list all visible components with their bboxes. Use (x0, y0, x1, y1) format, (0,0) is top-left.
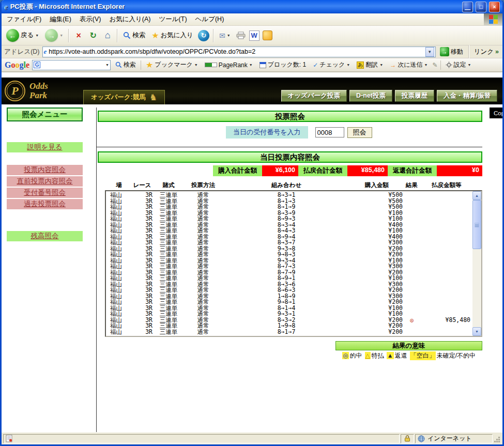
cell-result (403, 299, 421, 305)
stop-button[interactable]: × (72, 29, 85, 42)
scroll-track[interactable] (472, 200, 481, 327)
titlebar[interactable]: e PC投票 - Microsoft Internet Explorer — □… (2, 0, 502, 13)
forward-dropdown-icon: ▼ (59, 34, 63, 37)
messenger-button[interactable] (262, 29, 274, 42)
legend-item: ▲ 返還 (387, 351, 407, 360)
site-nav-button[interactable]: D-net投票 (349, 90, 392, 102)
scroll-up-button[interactable]: ▲ (472, 191, 481, 200)
home-button[interactable]: ⌂ (101, 29, 114, 42)
receipt-number-label: 当日の受付番号を入力 (226, 126, 308, 139)
status-main-panel (3, 434, 400, 443)
print-button[interactable] (235, 29, 247, 42)
sidebar-link[interactable]: 直前投票内容照会 (7, 176, 83, 187)
google-settings-button[interactable]: 設定 ▼ (444, 59, 474, 70)
summary-value: ¥6,100 (262, 165, 298, 176)
receipt-number-input[interactable] (315, 127, 344, 137)
google-bookmarks-button[interactable]: ★ ブックマーク ▼ (144, 59, 200, 71)
site-nav-button[interactable]: オッズパーク投票 (281, 90, 347, 102)
close-button[interactable]: × (489, 2, 500, 12)
google-sendto-button[interactable]: → 次に送信 ▼ (388, 59, 430, 70)
links-label: リンク (474, 48, 494, 56)
scroll-thumb[interactable] (472, 200, 481, 249)
menu-item[interactable]: 編集(E) (45, 13, 75, 25)
toolbar-separator (468, 45, 469, 58)
links-button[interactable]: リンク » (473, 48, 500, 56)
google-separator (440, 60, 441, 70)
inquiry-submit-button[interactable]: 照会 (347, 127, 372, 138)
sidebar-link[interactable]: 受付番号照会 (7, 188, 83, 198)
cell-result (403, 228, 421, 234)
window-title: PC投票 - Microsoft Internet Explorer (10, 2, 460, 11)
google-g-icon: G (34, 61, 40, 68)
menu-item[interactable]: ファイル(F) (3, 13, 45, 25)
menu-item[interactable]: お気に入り(A) (105, 13, 155, 25)
cell-payout (421, 204, 472, 210)
table-scrollbar[interactable]: ▲ ▼ (472, 191, 481, 336)
cell-result (403, 270, 421, 276)
resize-grip[interactable] (494, 434, 501, 443)
legend-item: ◎ 的中 (342, 351, 362, 360)
favorites-button[interactable]: ★ お気に入り (149, 29, 195, 41)
browser-window: e PC投票 - Microsoft Internet Explorer — □… (0, 0, 504, 446)
address-url[interactable]: https://vote-auth.oddspark.com/sbp/dfw/v… (49, 48, 423, 55)
go-button[interactable]: → 移動 (438, 47, 465, 57)
highlight-pencil-icon[interactable]: ✎ (432, 61, 437, 69)
refresh-button[interactable]: ↻ (87, 29, 99, 42)
printer-icon (236, 32, 246, 39)
cell-payout (421, 329, 472, 335)
scroll-down-button[interactable]: ▼ (472, 327, 481, 336)
cell-result (403, 198, 421, 205)
site-nav-button[interactable]: 入金・精算/振替 (437, 90, 497, 102)
go-label: 移動 (451, 48, 463, 56)
legend-symbol: 「空白」 (410, 351, 436, 360)
google-popup-blocker-button[interactable]: ブロック数: 1 (257, 59, 308, 70)
menu-item[interactable]: ツール(T) (155, 13, 191, 25)
favorites-star-icon: ★ (151, 30, 159, 40)
sidebar-link[interactable]: 説明を見る (7, 142, 83, 152)
sidebar-link[interactable]: 残高照会 (7, 231, 83, 241)
translate-icon: あ (357, 61, 364, 69)
cell-venue: 福山 (106, 329, 132, 335)
legend-label: 未確定/不的中 (437, 351, 476, 360)
legend-symbol: ▲ (387, 352, 394, 359)
sidebar-link[interactable]: 投票内容照会 (7, 165, 83, 175)
search-button[interactable]: 検索 (121, 30, 147, 41)
keiba-tab[interactable]: オッズパーク:競馬 ♞ (83, 90, 165, 104)
chevrons-icon: » (495, 48, 499, 55)
receipt-input-row: 当日の受付番号を入力 照会 (226, 126, 482, 139)
translate-label: 翻訳 (365, 60, 378, 69)
keiba-tab-label: オッズパーク:競馬 (91, 93, 146, 102)
forward-button[interactable]: → ▼ (43, 28, 65, 43)
google-search-dropdown-icon[interactable]: ▼ (105, 63, 109, 67)
mail-button[interactable]: ✉ ▼ (217, 30, 233, 41)
oddspark-logo[interactable]: P Odds Park (5, 81, 83, 101)
address-dropdown-button[interactable]: ▼ (425, 47, 434, 57)
oddspark-logo-icon: P (5, 81, 25, 101)
cell-result (403, 275, 421, 282)
edit-with-word-button[interactable]: W (249, 30, 259, 41)
mail-dropdown-icon: ▼ (227, 34, 231, 37)
google-pagerank-button[interactable]: PageRank ▼ (203, 60, 255, 70)
dropdown-icon: ▼ (346, 63, 350, 67)
address-input[interactable]: e https://vote-auth.oddspark.com/sbp/dfw… (42, 47, 436, 57)
cell-result (403, 258, 421, 264)
google-search-input[interactable]: G ▼ (32, 60, 111, 70)
column-header: レース (132, 181, 152, 189)
history-button[interactable]: ↻ (197, 29, 210, 42)
site-nav-button[interactable]: 投票履歴 (395, 90, 434, 102)
minimize-button[interactable]: — (462, 2, 473, 12)
cell-payout (421, 192, 472, 198)
menu-item[interactable]: 表示(V) (75, 13, 105, 25)
back-dropdown-icon[interactable]: ▼ (35, 34, 39, 37)
cell-result (403, 222, 421, 228)
cell-result (403, 294, 421, 300)
back-button[interactable]: ← 戻る ▼ (4, 28, 41, 43)
dropdown-icon: ▼ (468, 63, 471, 67)
google-translate-button[interactable]: あ 翻訳 ▼ (355, 59, 385, 70)
sidebar-link[interactable]: 過去投票照会 (7, 199, 83, 209)
maximize-button[interactable]: □ (476, 2, 486, 12)
menu-item[interactable]: ヘルプ(H) (191, 13, 228, 25)
google-check-button[interactable]: ✓ チェック ▼ (311, 59, 352, 70)
google-logo-letter: g (19, 60, 23, 70)
google-search-button[interactable]: 検索 (113, 59, 138, 70)
